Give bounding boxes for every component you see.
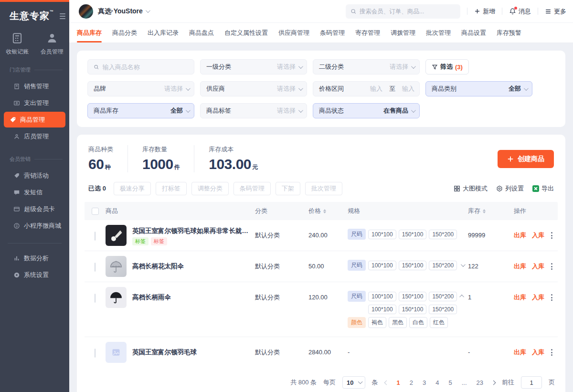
global-search[interactable] [346,4,460,19]
sidebar-item-expense[interactable]: 支出管理 [4,95,65,111]
column-settings-button[interactable]: 列设置 [496,184,524,193]
product-tag-icon [10,117,16,123]
row-menu-icon[interactable] [550,261,553,272]
batch-manage-button[interactable]: 批次管理 [305,182,342,195]
select-all-checkbox[interactable] [92,208,99,215]
stock-out-link[interactable]: 出库 [514,225,526,246]
row-menu-icon[interactable] [550,292,553,303]
sidebar-item-sales[interactable]: 销售管理 [4,78,65,94]
tab-product-inventory[interactable]: 商品库存 [77,23,102,42]
filter-category-level2[interactable]: 二级分类 请选择 [313,59,420,74]
tab-stocktaking[interactable]: 商品盘点 [189,23,214,42]
price-max-input[interactable]: 输入 [402,85,414,93]
sidebar-item-staff[interactable]: 店员管理 [4,128,65,144]
batch-toolbar: 已选 0 极速分享 打标签 调整分类 条码管理 下架 批次管理 大图模式 [85,180,558,202]
stock-in-link[interactable]: 入库 [532,342,544,363]
export-button[interactable]: 导出 [532,184,554,193]
table-row: 英国王室富尔顿羽毛球 默认分类 2840.00 - - 出库 入库 [85,337,558,368]
stock-out-link[interactable]: 出库 [514,342,526,363]
prev-page-button[interactable] [385,381,388,384]
page-2[interactable]: 2 [409,379,414,386]
sidebar-item-membercard[interactable]: 超级会员卡 [4,201,65,217]
campaign-tag-icon [13,172,20,179]
product-name[interactable]: 英国王室富尔顿羽毛球 [132,342,197,363]
collapse-specs-icon[interactable] [461,295,464,298]
filter-stock[interactable]: 商品库存 全部 [87,103,194,118]
tab-transfer[interactable]: 调拨管理 [391,23,415,42]
tab-barcodes[interactable]: 条码管理 [320,23,345,42]
tab-suppliers[interactable]: 供应商管理 [278,23,309,42]
add-tag-button[interactable]: 打标签 [156,182,187,195]
filter-count-badge: (3) [455,64,463,71]
page-4[interactable]: 4 [435,379,440,386]
store-selector[interactable]: 真选·YouStore [98,7,149,16]
sidebar-item-campaigns[interactable]: 营销活动 [4,168,65,183]
page-5[interactable]: 5 [447,379,453,386]
col-stock-sort[interactable]: 库存 [468,207,514,215]
sidebar-item-analytics[interactable]: 数据分析 [4,250,65,266]
sidebar-item-sms[interactable]: 发短信 [4,184,65,200]
next-page-button[interactable] [492,381,495,384]
stock-out-link[interactable]: 出库 [514,256,526,277]
tab-deposit[interactable]: 寄存管理 [355,23,380,42]
adjust-category-button[interactable]: 调整分类 [191,182,229,195]
large-view-toggle[interactable]: 大图模式 [454,184,488,193]
new-button[interactable]: 新增 [474,7,495,16]
filter-button[interactable]: 筛选(3) [425,59,469,74]
product-name-input[interactable] [103,64,189,71]
quick-share-button[interactable]: 极速分享 [114,182,151,195]
row-checkbox[interactable] [95,294,96,303]
global-search-input[interactable] [360,8,456,15]
sidebar-item-members[interactable]: 会员管理 [35,32,70,56]
tab-product-settings[interactable]: 商品设置 [461,23,486,42]
sidebar-item-products[interactable]: 商品管理 [4,112,65,127]
more-button[interactable]: 更多 [545,7,566,16]
price-min-input[interactable]: 输入 [370,85,382,93]
filter-supplier[interactable]: 供应商 请选择 [200,81,307,96]
goto-page-input[interactable] [521,376,542,389]
row-checkbox[interactable] [95,263,96,272]
filter-price-range[interactable]: 价格区间 输入 至 输入 [313,81,420,96]
row-menu-icon[interactable] [550,230,553,241]
delist-button[interactable]: 下架 [276,182,300,195]
filter-product-type[interactable]: 商品类别 全部 [425,81,532,96]
table-row: 高档长柄花太阳伞 默认分类 50.00 尺码 100*100 150*100 1… [85,251,558,282]
filter-product-tag[interactable]: 商品标签 请选择 [200,103,307,118]
inventory-panel: 商品种类 60种 库存数量 1000件 库存成本 103.00元 创建商品 [77,135,565,392]
sidebar-item-minimall[interactable]: 小程序微商城 [4,218,65,233]
stock-in-link[interactable]: 入库 [532,225,544,246]
col-price-sort[interactable]: 价格 [308,207,348,215]
tab-inout-records[interactable]: 出入库记录 [148,23,179,42]
store-avatar[interactable] [79,4,93,19]
create-product-button[interactable]: 创建商品 [498,150,554,168]
messages-button[interactable]: 消息 [509,7,531,16]
stock-in-link[interactable]: 入库 [532,256,544,277]
expand-specs-icon[interactable] [461,264,464,267]
barcode-manage-button[interactable]: 条码管理 [233,182,271,195]
stock-out-link[interactable]: 出库 [514,287,526,308]
product-name-search[interactable] [87,59,194,74]
row-checkbox[interactable] [95,349,96,358]
tab-product-categories[interactable]: 商品分类 [112,23,137,42]
tab-batches[interactable]: 批次管理 [426,23,451,42]
stock-in-link[interactable]: 入库 [532,287,544,308]
page-3[interactable]: 3 [422,379,427,386]
sidebar-collapse-icon[interactable] [60,13,65,19]
sidebar-item-settings[interactable]: 系统设置 [4,267,65,283]
row-menu-icon[interactable] [550,347,553,358]
tab-custom-attributes[interactable]: 自定义属性设置 [224,23,268,42]
sidebar-item-cashier[interactable]: 收银记账 [0,32,35,56]
page-1[interactable]: 1 [396,379,401,386]
filter-panel: 一级分类 请选择 二级分类 请选择 筛选(3) 品牌 请选择 [77,51,565,127]
page-last[interactable]: 23 [476,379,484,386]
filter-brand[interactable]: 品牌 请选择 [87,81,194,96]
filter-category-level1[interactable]: 一级分类 请选择 [200,59,307,74]
row-checkbox[interactable] [95,232,96,241]
product-name[interactable]: 英国王室富尔顿羽毛球如果再非常长就省略号... [132,226,250,236]
product-name[interactable]: 高档长柄花太阳伞 [132,256,184,277]
filter-product-status[interactable]: 商品状态 在售商品 [313,103,420,118]
page-ellipsis[interactable]: ... [461,379,468,386]
tab-stock-alert[interactable]: 库存预警 [497,23,521,42]
product-name[interactable]: 高档长柄雨伞 [132,287,171,308]
per-page-select[interactable]: 10 [342,376,365,389]
